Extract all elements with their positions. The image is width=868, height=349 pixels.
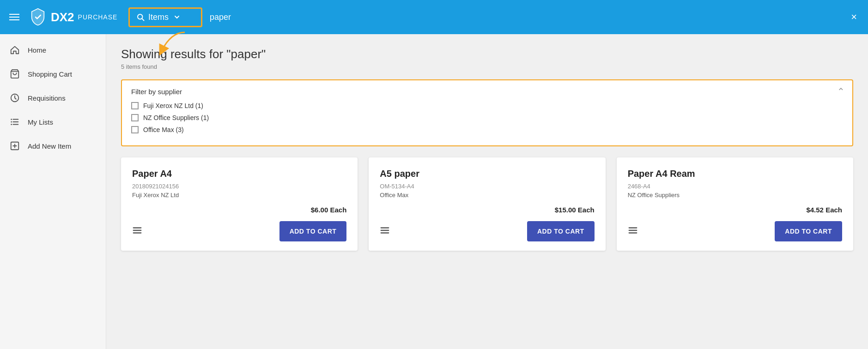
product-list-icon-0[interactable] [132,225,142,238]
product-supplier-2: NZ Office Suppliers [628,192,842,199]
product-card-2: Paper A4 Ream 2468-A4 NZ Office Supplier… [617,157,853,251]
product-name-0: Paper A4 [132,168,346,179]
sidebar-item-my-lists[interactable]: My Lists [0,110,106,134]
product-actions-0: ADD TO CART [132,214,346,251]
product-list-icon-2[interactable] [628,225,638,238]
filter-option-fuji[interactable]: Fuji Xerox NZ Ltd (1) [131,102,843,109]
svg-point-9 [11,124,12,125]
filter-label-office-max: Office Max (3) [143,126,184,133]
product-card-0: Paper A4 20180921024156 Fuji Xerox NZ Lt… [121,157,358,251]
sidebar-home-label: Home [28,46,46,54]
search-category-label: Items [148,12,169,22]
product-price-2: $4.52 Each [628,206,842,214]
product-supplier-1: Office Max [380,192,594,199]
add-to-cart-button-2[interactable]: ADD TO CART [775,221,842,241]
filter-checkbox-fuji[interactable] [131,102,139,109]
add-new-item-icon [9,140,20,151]
svg-line-1 [142,18,144,20]
search-clear-button[interactable]: × [847,9,861,25]
search-input-area[interactable]: paper [202,9,847,26]
product-name-1: A5 paper [380,168,594,179]
filter-label-fuji: Fuji Xerox NZ Ltd (1) [143,102,203,109]
product-list-icon-1[interactable] [380,225,390,238]
sidebar: Home Shopping Cart Requisitions [0,34,106,349]
filter-checkbox-nz-office[interactable] [131,114,139,121]
header: DX2 PURCHASE Items paper × [0,0,868,34]
filter-option-nz-office[interactable]: NZ Office Suppliers (1) [131,114,843,121]
results-count: 5 items found [121,63,853,70]
product-actions-1: ADD TO CART [380,214,594,251]
add-to-cart-button-1[interactable]: ADD TO CART [527,221,595,241]
product-actions-2: ADD TO CART [628,214,842,251]
sidebar-item-requisitions[interactable]: Requisitions [0,86,106,110]
filter-panel: Filter by supplier Fuji Xerox NZ Ltd (1)… [121,79,853,146]
product-price-1: $15.00 Each [380,206,594,214]
product-name-2: Paper A4 Ream [628,168,842,179]
sidebar-my-lists-label: My Lists [28,118,53,126]
home-icon [9,44,20,55]
products-grid: Paper A4 20180921024156 Fuji Xerox NZ Lt… [121,157,853,251]
dropdown-arrow-icon [174,14,180,20]
main-content: Showing results for "paper" 5 items foun… [106,34,868,349]
filter-collapse-button[interactable]: ⌃ [837,86,845,97]
search-bar: Items paper × [128,7,861,27]
logo: DX2 PURCHASE [29,8,121,26]
filter-checkbox-office-max[interactable] [131,126,139,133]
product-price-0: $6.00 Each [132,206,346,214]
sidebar-item-add-new-item[interactable]: Add New Item [0,134,106,158]
search-category-selector[interactable]: Items [128,7,202,27]
product-card-1: A5 paper OM-5134-A4 Office Max $15.00 Ea… [369,157,605,251]
logo-dx2-text: DX2 [51,10,74,24]
product-supplier-0: Fuji Xerox NZ Ltd [132,192,346,199]
filter-option-office-max[interactable]: Office Max (3) [131,126,843,133]
sidebar-item-home[interactable]: Home [0,38,106,62]
sidebar-requisitions-label: Requisitions [28,94,66,102]
sidebar-add-new-label: Add New Item [28,142,71,150]
add-to-cart-button-0[interactable]: ADD TO CART [279,221,347,241]
requisitions-icon [9,92,20,103]
sidebar-item-shopping-cart[interactable]: Shopping Cart [0,62,106,86]
results-heading: Showing results for "paper" [121,47,853,61]
sidebar-cart-label: Shopping Cart [28,70,72,78]
product-code-0: 20180921024156 [132,183,346,190]
search-icon [136,13,145,21]
cart-icon [9,68,20,79]
product-code-2: 2468-A4 [628,183,842,190]
main-layout: Home Shopping Cart Requisitions [0,34,868,349]
logo-purchase-text: PURCHASE [78,13,118,21]
svg-point-7 [11,119,12,120]
filter-label-nz-office: NZ Office Suppliers (1) [143,114,209,121]
product-code-1: OM-5134-A4 [380,183,594,190]
search-query-display: paper [210,12,231,22]
filter-title: Filter by supplier [131,88,843,96]
svg-point-8 [11,121,12,123]
my-lists-icon [9,116,20,127]
menu-button[interactable] [7,12,21,22]
